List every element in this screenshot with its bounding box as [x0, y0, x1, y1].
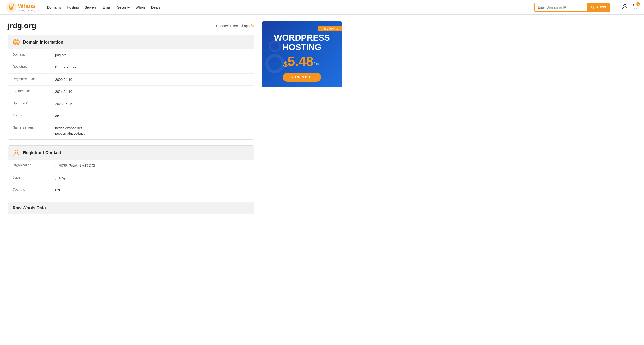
logo-icon — [6, 2, 16, 13]
table-row: Registered On: 2009-04-10 — [8, 74, 254, 86]
status-value: ok — [55, 113, 59, 119]
updated-on-label: Updated On: — [12, 101, 55, 105]
nav-email[interactable]: Email — [102, 5, 112, 9]
table-row: Registrar: Bizcn.com, Inc. — [8, 61, 254, 73]
expires-on-label: Expires On: — [12, 89, 55, 93]
svg-point-12 — [15, 150, 18, 153]
ad-decor-circle2 — [269, 40, 281, 52]
ad-price-row: $ 5.48 /mo — [284, 55, 321, 68]
www-icon: www — [12, 38, 20, 46]
registrant-contact-header: Registrant Contact — [8, 146, 254, 160]
header: Whois Identity for everyone Domains Host… — [0, 0, 644, 15]
table-row: Domain: jrdg.org — [8, 49, 254, 61]
nav-servers[interactable]: Servers — [84, 5, 97, 9]
ad-banner: Introducing WORDPRESS HOSTING $ 5.48 /mo… — [262, 21, 342, 87]
domain-info-title: Domain Information — [23, 40, 63, 45]
cart-icon[interactable]: 0 — [632, 3, 638, 11]
svg-line-2 — [593, 8, 594, 9]
status-label: Status: — [12, 113, 55, 117]
country-label: Country: — [12, 188, 55, 191]
domain-value: jrdg.org — [55, 52, 66, 58]
page-title-row: jrdg.org Updated 1 second ago ↻ — [8, 21, 254, 30]
table-row: Updated On: 2023-05-25 — [8, 98, 254, 110]
registered-on-label: Registered On: — [12, 77, 55, 81]
logo-whois-text: Whois — [18, 3, 40, 9]
header-icons: 0 — [622, 3, 638, 11]
nav-deals[interactable]: Deals — [151, 5, 160, 9]
search-icon — [591, 6, 594, 9]
content-area: jrdg.org Updated 1 second ago ↻ www Doma… — [8, 21, 254, 220]
table-row: Expires On: 2024-04-10 — [8, 86, 254, 98]
cart-badge: 0 — [636, 2, 640, 6]
registrant-contact-body: Organization: 广州冠融信息科技有限公司 State: 广东省 Co… — [8, 160, 254, 196]
table-row: Status: ok — [8, 110, 254, 122]
svg-point-5 — [636, 8, 637, 9]
ad-price: 5.48 — [288, 55, 313, 68]
sidebar: Introducing WORDPRESS HOSTING $ 5.48 /mo… — [262, 21, 342, 220]
raw-whois-header: Raw Whois Data — [8, 202, 254, 214]
updated-text: Updated 1 second ago ↻ — [216, 23, 254, 28]
table-row: Organization: 广州冠融信息科技有限公司 — [8, 160, 254, 172]
state-label: State: — [12, 175, 55, 179]
logo-tagline: Identity for everyone — [18, 9, 40, 11]
table-row: Name Servers: hedda.dnspod.net popcorn.d… — [8, 122, 254, 139]
domain-info-header: www Domain Information — [8, 35, 254, 49]
domain-info-card: www Domain Information Domain: jrdg.org … — [8, 35, 254, 140]
table-row: State: 广东省 — [8, 172, 254, 184]
search-area: WHOIS — [534, 3, 610, 12]
expires-on-value: 2024-04-10 — [55, 89, 72, 94]
org-label: Organization: — [12, 163, 55, 167]
registrant-contact-card: Registrant Contact Organization: 广州冠融信息科… — [8, 145, 254, 196]
country-value: CN — [55, 188, 60, 193]
page-title: jrdg.org — [8, 21, 36, 30]
user-icon[interactable] — [622, 3, 628, 11]
nav-whois[interactable]: Whois — [136, 5, 146, 9]
main-content: jrdg.org Updated 1 second ago ↻ www Doma… — [0, 15, 356, 226]
raw-whois-title: Raw Whois Data — [12, 206, 46, 211]
refresh-icon[interactable]: ↻ — [251, 23, 254, 28]
table-row: Country: CN — [8, 184, 254, 196]
registrar-value: Bizcn.com, Inc. — [55, 65, 78, 70]
ad-view-more-button[interactable]: VIEW MORE — [283, 73, 322, 82]
ad-introducing-badge: Introducing — [318, 25, 342, 31]
org-value: 广州冠融信息科技有限公司 — [55, 163, 95, 168]
nameservers-value: hedda.dnspod.net popcorn.dnspod.net — [55, 125, 84, 136]
ad-per-month: /mo — [313, 61, 320, 66]
state-value: 广东省 — [55, 175, 65, 181]
registrant-contact-title: Registrant Contact — [23, 150, 61, 155]
nav-domains[interactable]: Domains — [47, 5, 61, 9]
search-input[interactable] — [535, 3, 587, 11]
main-nav: Domains Hosting Servers Email Security W… — [47, 5, 527, 9]
svg-text:www: www — [14, 41, 18, 43]
domain-info-body: Domain: jrdg.org Registrar: Bizcn.com, I… — [8, 49, 254, 139]
svg-point-3 — [624, 4, 626, 7]
logo[interactable]: Whois Identity for everyone — [6, 2, 40, 13]
nav-security[interactable]: Security — [117, 5, 130, 9]
ad-decor-circle1 — [266, 54, 284, 73]
updated-on-value: 2023-05-25 — [55, 101, 72, 107]
person-icon — [12, 149, 20, 157]
domain-label: Domain: — [12, 52, 55, 56]
registered-on-value: 2009-04-10 — [55, 77, 72, 82]
raw-whois-card: Raw Whois Data — [8, 202, 254, 214]
nav-hosting[interactable]: Hosting — [67, 5, 79, 9]
ad-title: WORDPRESS HOSTING — [274, 33, 330, 52]
nameservers-label: Name Servers: — [12, 125, 55, 129]
registrar-label: Registrar: — [12, 65, 55, 68]
search-button[interactable]: WHOIS — [587, 3, 610, 11]
svg-point-4 — [634, 8, 635, 9]
